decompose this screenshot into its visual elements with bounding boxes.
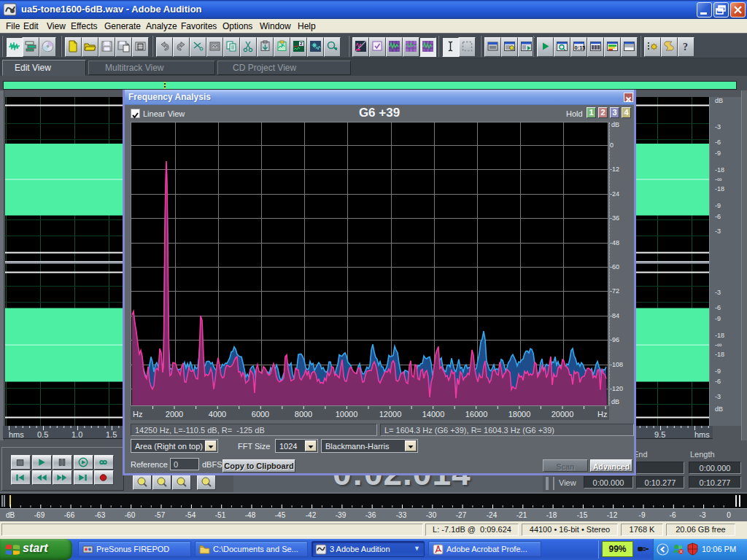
svg-text:0:15: 0:15 <box>575 44 586 51</box>
svg-text:?: ? <box>683 42 688 52</box>
